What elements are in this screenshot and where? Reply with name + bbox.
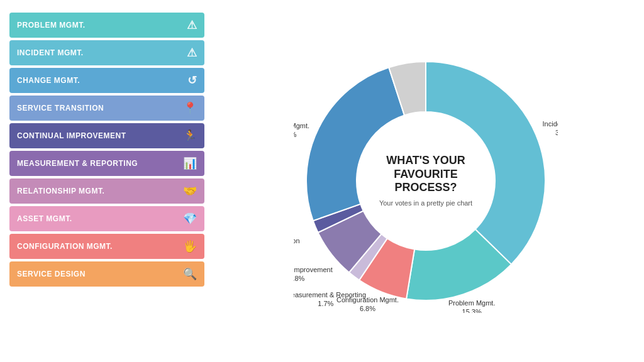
sidebar-icon-4: 🏃 <box>183 129 197 143</box>
sidebar-icon-8: 🖐 <box>183 239 197 253</box>
main-container: PROBLEM MGMT. ⚠ INCIDENT MGMT. ⚠ CHANGE … <box>0 0 644 362</box>
chart-label-3: Measurement & Reporting <box>294 291 366 299</box>
sidebar-label-1: INCIDENT MGMT. <box>17 48 182 57</box>
sidebar-item-4[interactable]: CONTINUAL IMPROVEMENT 🏃 <box>9 123 204 148</box>
sidebar-label-0: PROBLEM MGMT. <box>17 21 182 30</box>
sidebar-icon-9: 🔍 <box>183 267 197 281</box>
sidebar-item-3[interactable]: SERVICE TRANSITION 📍 <box>9 96 204 121</box>
chart-label-4: 6.8% <box>294 275 305 282</box>
sidebar-label-7: ASSET MGMT. <box>17 214 178 223</box>
sidebar-label-5: MEASUREMENT & REPORTING <box>17 159 178 168</box>
chart-area: Incident Mgmt.37.3%Problem Mgmt.15.3%Con… <box>214 6 638 356</box>
sidebar-icon-3: 📍 <box>183 101 197 115</box>
sidebar-label-9: SERVICE DESIGN <box>17 270 178 278</box>
chart-subtitle: Your votes in a pretty pie chart <box>375 199 476 208</box>
sidebar-item-2[interactable]: CHANGE MGMT. ↺ <box>9 68 204 93</box>
chart-label-0: 37.3% <box>555 129 558 136</box>
chart-label-6: Change Mgmt. <box>294 122 309 129</box>
sidebar-icon-0: ⚠ <box>187 18 197 32</box>
sidebar-icon-7: 💎 <box>183 212 197 226</box>
sidebar-item-9[interactable]: SERVICE DESIGN 🔍 <box>9 261 204 287</box>
sidebar: PROBLEM MGMT. ⚠ INCIDENT MGMT. ⚠ CHANGE … <box>6 6 208 356</box>
sidebar-label-3: SERVICE TRANSITION <box>17 104 178 112</box>
chart-label-6: 25.4% <box>294 131 297 138</box>
donut-chart: Incident Mgmt.37.3%Problem Mgmt.15.3%Con… <box>294 49 558 313</box>
chart-title: WHAT'S YOUR FAVOURITE PROCESS? <box>375 154 476 195</box>
chart-label-2: 6.8% <box>360 305 375 312</box>
sidebar-icon-2: ↺ <box>187 74 197 87</box>
chart-label-5: Service Transition <box>294 237 300 244</box>
sidebar-icon-5: 📊 <box>183 156 197 170</box>
sidebar-icon-1: ⚠ <box>187 46 197 60</box>
sidebar-label-4: CONTINUAL IMPROVEMENT <box>17 131 178 140</box>
sidebar-item-1[interactable]: INCIDENT MGMT. ⚠ <box>9 40 204 65</box>
chart-label-1: Problem Mgmt. <box>448 299 496 307</box>
chart-label-1: 15.3% <box>462 308 482 313</box>
chart-center-text: WHAT'S YOUR FAVOURITE PROCESS? Your vote… <box>375 154 476 208</box>
sidebar-item-5[interactable]: MEASUREMENT & REPORTING 📊 <box>9 151 204 176</box>
chart-label-4: Continual Improvement <box>294 266 333 273</box>
sidebar-label-6: RELATIONSHIP MGMT. <box>17 187 178 195</box>
sidebar-label-8: CONFIGURATION MGMT. <box>17 242 178 251</box>
chart-label-0: Incident Mgmt. <box>543 120 558 128</box>
sidebar-item-6[interactable]: RELATIONSHIP MGMT. 🤝 <box>9 178 204 204</box>
chart-label-3: 1.7% <box>318 300 333 307</box>
sidebar-icon-6: 🤝 <box>183 184 197 198</box>
sidebar-item-8[interactable]: CONFIGURATION MGMT. 🖐 <box>9 234 204 259</box>
sidebar-item-0[interactable]: PROBLEM MGMT. ⚠ <box>9 13 204 38</box>
sidebar-label-2: CHANGE MGMT. <box>17 76 182 85</box>
sidebar-item-7[interactable]: ASSET MGMT. 💎 <box>9 206 204 231</box>
